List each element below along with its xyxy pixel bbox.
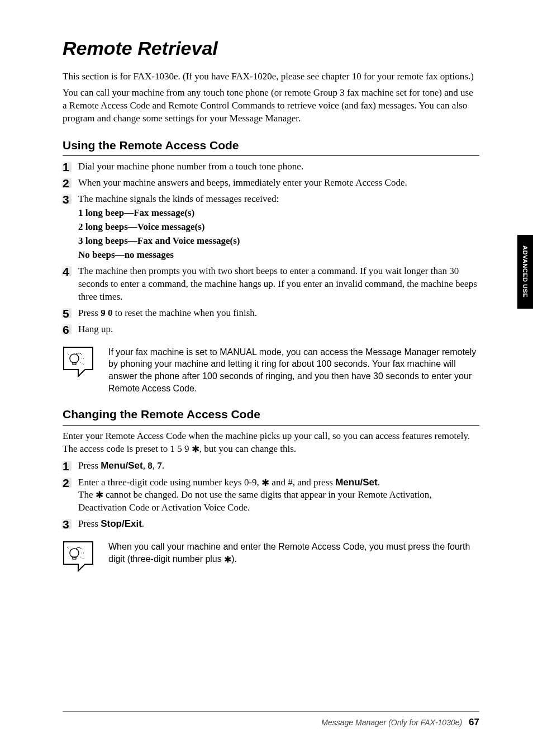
svg-line-9 [67,547,69,550]
step-number: 6 [63,323,78,336]
star-icon: ✱ [96,490,103,500]
text-segment: , [143,460,148,471]
step-number: 2 [63,476,78,515]
text-segment: and #, and press [269,477,335,488]
step-3: 3 The machine signals the kinds of messa… [63,193,479,262]
text-segment: Press [78,308,101,318]
svg-rect-8 [73,557,76,559]
step-text: Press 9 0 to reset the machine when you … [78,307,479,320]
step-text: Dial your machine phone number from a to… [78,160,479,173]
step-6: 6 Hang up. [63,323,479,336]
step-text: Press Stop/Exit. [78,518,479,531]
page-title: Remote Retrieval [63,36,479,62]
svg-line-5 [80,362,84,365]
key-7: 7 [157,460,162,471]
text-segment: The [78,489,96,500]
step-number: 1 [63,160,78,173]
text-segment: Enter a three-digit code using number ke… [78,477,261,488]
divider [63,425,479,426]
step-text: Press Menu/Set, 8, 7. [78,460,479,472]
text-segment: . [162,460,164,471]
star-icon: ✱ [224,555,231,564]
step-number: 5 [63,307,78,320]
step-3-b: 3 Press Stop/Exit. [63,518,479,531]
step-4: 4 The machine then prompts you with two … [63,265,479,304]
svg-point-1 [70,354,79,363]
svg-point-7 [70,549,79,557]
page-number: 67 [469,717,479,727]
text-segment: ). [231,554,237,564]
lightbulb-icon [63,541,94,572]
beep-item: No beeps—no messages [78,249,479,262]
key-8: 8 [147,460,153,471]
svg-marker-6 [64,542,93,571]
step-number: 1 [63,460,78,472]
text-segment: . [142,518,144,529]
note-box: When you call your machine and enter the… [63,541,479,572]
stop-exit-label: Stop/Exit [101,518,142,529]
step-number: 2 [63,177,78,190]
step-text: The machine then prompts you with two sh… [78,265,479,304]
beep-item: 1 long beep—Fax message(s) [78,207,479,220]
side-tab-advanced-use: ADVANCED USE [517,235,533,309]
step-2: 2 When your machine answers and beeps, i… [63,177,479,190]
intro-block: This section is for FAX-1030e. (If you h… [63,70,479,125]
step-text: When your machine answers and beeps, imm… [78,177,479,190]
step-number: 4 [63,265,78,304]
beep-item: 2 long beeps—Voice message(s) [78,221,479,234]
star-icon: ✱ [261,478,269,488]
step-number: 3 [63,518,78,531]
svg-marker-0 [64,347,93,376]
step-2-b: 2 Enter a three-digit code using number … [63,476,479,515]
text-segment: , but you can change this. [199,443,296,454]
text-segment: Press [78,518,101,529]
step-text: The machine signals the kinds of message… [78,193,479,262]
svg-line-3 [67,353,69,355]
text-segment: , [153,460,158,471]
menu-set-label: Menu/Set [335,477,378,488]
note-box: If your fax machine is set to MANUAL mod… [63,346,479,394]
star-icon: ✱ [192,444,199,455]
step-1-b: 1 Press Menu/Set, 8, 7. [63,460,479,472]
step-1: 1 Dial your machine phone number from a … [63,160,479,173]
note-text: When you call your machine and enter the… [108,541,479,565]
section-heading-changing-code: Changing the Remote Access Code [63,407,479,422]
beep-list: 1 long beep—Fax message(s) 2 long beeps—… [78,207,479,262]
beep-item: 3 long beeps—Fax and Voice message(s) [78,235,479,248]
section2-intro: Enter your Remote Access Code when the m… [63,430,479,456]
text-segment: When you call your machine and enter the… [108,542,470,564]
key-sequence: 9 0 [101,308,112,318]
step-text: Hang up. [78,323,479,336]
svg-line-11 [80,557,84,559]
step-5: 5 Press 9 0 to reset the machine when yo… [63,307,479,320]
intro-paragraph-2: You can call your machine from any touch… [63,87,479,125]
menu-set-label: Menu/Set [101,460,143,471]
svg-rect-2 [73,362,76,365]
text-segment: to reset the machine when you finish. [112,308,257,318]
lightbulb-icon [63,346,94,377]
step-number: 3 [63,193,78,262]
footer-text: Message Manager (Only for FAX-1030e) [321,718,462,727]
step-lead: The machine signals the kinds of message… [78,193,479,206]
section-heading-using-code: Using the Remote Access Code [63,138,479,153]
text-segment: . [378,477,380,488]
step-text: Enter a three-digit code using number ke… [78,476,479,515]
page-footer: Message Manager (Only for FAX-1030e) 67 [63,711,479,729]
text-segment: cannot be changed. Do not use the same d… [78,489,431,513]
intro-paragraph-1: This section is for FAX-1030e. (If you h… [63,70,479,83]
divider [63,155,479,156]
note-text: If your fax machine is set to MANUAL mod… [108,346,479,394]
text-segment: Press [78,460,101,471]
